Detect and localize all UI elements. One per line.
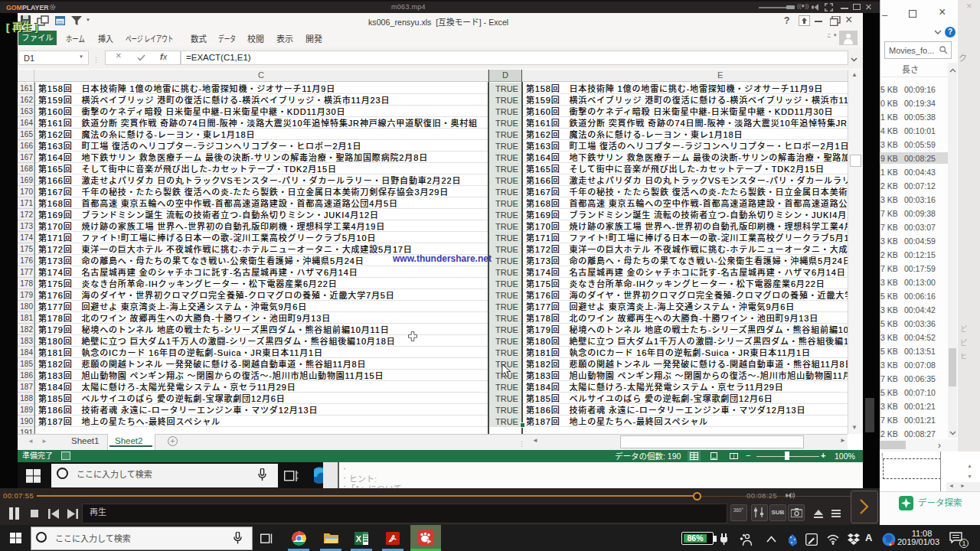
- svg-text:X: X: [356, 534, 362, 543]
